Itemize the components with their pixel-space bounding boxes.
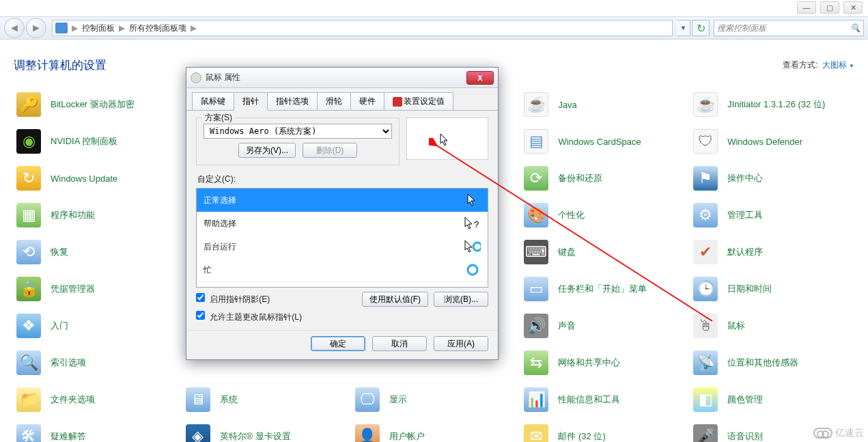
cp-item-label: 性能信息和工具 — [558, 393, 620, 406]
cp-item[interactable]: 🕒日期和时间 — [688, 277, 857, 301]
cursor-list-item[interactable] — [197, 281, 488, 288]
enable-shadow-checkbox[interactable]: 启用指针阴影(E) — [196, 293, 270, 305]
svg-point-2 — [468, 265, 477, 275]
browse-button[interactable]: 浏览(B)... — [434, 292, 488, 307]
cp-item[interactable]: ⚑操作中心 — [688, 166, 857, 191]
dialog-tab[interactable]: 指针选项 — [267, 92, 318, 110]
view-mode-label: 查看方式: — [783, 59, 817, 71]
cursor-list-item[interactable]: 后台运行 — [197, 235, 488, 258]
cp-item[interactable]: ⟲恢复 — [11, 240, 180, 264]
dialog-tab[interactable]: 指针 — [234, 92, 268, 111]
cp-item[interactable]: ▦程序和功能 — [11, 203, 180, 227]
cp-item[interactable]: 📁文件夹选项 — [11, 387, 180, 412]
cp-item[interactable]: ▤Windows CardSpace — [518, 129, 688, 154]
cursor-list-item[interactable]: 正常选择 — [197, 189, 488, 212]
search-input[interactable]: 搜索控制面板 🔍 — [714, 20, 864, 36]
refresh-button[interactable]: ↻ — [692, 20, 710, 36]
cp-item[interactable]: ❖入门 — [11, 314, 180, 338]
cp-item[interactable]: ✉邮件 (32 位) — [518, 424, 688, 442]
dialog-close-button[interactable]: X — [466, 71, 494, 85]
cp-item-label: 操作中心 — [727, 172, 763, 184]
view-mode-dropdown[interactable]: 大图标 ▼ — [822, 59, 854, 71]
cursor-name: 正常选择 — [204, 195, 236, 206]
cp-item-icon: ⚑ — [693, 166, 718, 191]
cp-item[interactable]: 🔍索引选项 — [11, 350, 180, 375]
cp-item-label: 用户帐户 — [389, 430, 425, 442]
customize-label: 自定义(C): — [197, 174, 488, 185]
cp-item[interactable]: 🖱鼠标 — [688, 314, 857, 338]
cp-item[interactable]: 🔒凭据管理器 — [11, 277, 180, 301]
breadcrumb-sep: ▶ — [189, 23, 198, 33]
cursor-list-item[interactable]: 帮助选择? — [197, 212, 488, 235]
cursor-list-item[interactable]: 忙 — [197, 258, 488, 281]
dialog-tab[interactable]: 硬件 — [350, 92, 384, 110]
cp-item-label: Windows Update — [51, 174, 117, 184]
cp-item[interactable]: ☕Java — [518, 92, 688, 117]
cp-item[interactable]: ◈英特尔® 显卡设置 — [180, 424, 350, 442]
cancel-button[interactable]: 取消 — [372, 336, 427, 351]
cp-item[interactable]: 🛡Windows Defender — [688, 129, 857, 154]
ok-button[interactable]: 确定 — [311, 336, 365, 351]
cp-item-icon: ❖ — [16, 314, 41, 338]
dialog-tab[interactable]: 滑轮 — [317, 92, 351, 110]
cp-item-icon: ⌨ — [524, 240, 548, 264]
delete-scheme-button[interactable]: 删除(D) — [303, 143, 357, 158]
cp-item[interactable]: ⚙管理工具 — [688, 203, 857, 227]
cp-item[interactable]: ⟳备份和还原 — [518, 166, 688, 191]
breadcrumb-1[interactable]: 控制面板 — [79, 23, 117, 34]
control-panel-icon — [55, 23, 68, 33]
cp-item[interactable]: 📡位置和其他传感器 — [688, 350, 857, 375]
cp-item[interactable]: 🔑BitLocker 驱动器加密 — [11, 92, 180, 117]
cursor-icon — [464, 192, 481, 208]
cp-item[interactable]: ▭任务栏和「开始」菜单 — [518, 277, 688, 301]
cp-item[interactable]: 🖵显示 — [350, 387, 519, 412]
svg-text:?: ? — [474, 219, 479, 230]
cp-item[interactable]: ⌨键盘 — [518, 240, 688, 264]
back-button[interactable]: ◄ — [4, 18, 25, 38]
cp-item[interactable]: 🛠疑难解答 — [11, 424, 180, 442]
cp-item-label: 凭据管理器 — [51, 283, 95, 295]
minimize-button[interactable]: — — [797, 1, 816, 14]
cp-item[interactable]: ⇆网络和共享中心 — [518, 350, 688, 375]
cp-item-icon: 🛡 — [693, 129, 718, 154]
scheme-select[interactable]: Windows Aero (系统方案) — [204, 124, 392, 139]
dialog-tab[interactable]: 鼠标键 — [192, 92, 234, 110]
cp-item-icon: 🖵 — [355, 387, 380, 412]
breadcrumb-2[interactable]: 所有控制面板项 — [126, 23, 189, 34]
cp-item-icon: 🕒 — [693, 277, 718, 301]
cp-item[interactable]: ◉NVIDIA 控制面板 — [11, 129, 180, 154]
apply-button[interactable]: 应用(A) — [434, 336, 488, 351]
address-dropdown[interactable]: ▼ — [677, 20, 690, 36]
cursor-name: 后台运行 — [204, 241, 236, 253]
cp-item[interactable]: 📊性能信息和工具 — [518, 387, 688, 412]
cp-item[interactable]: 🎨个性化 — [518, 203, 688, 227]
cp-item[interactable]: ☕JInitiator 1.3.1.26 (32 位) — [688, 92, 857, 117]
use-default-button[interactable]: 使用默认值(F) — [362, 292, 428, 307]
cp-item-icon: ☕ — [693, 92, 718, 117]
cp-item-label: Java — [558, 100, 576, 110]
dialog-tab[interactable]: 装置设定值 — [384, 92, 453, 110]
dialog-titlebar[interactable]: 鼠标 属性 X — [186, 68, 498, 88]
allow-theme-checkbox[interactable]: 允许主题更改鼠标指针(L) — [196, 311, 302, 323]
cursor-icon: ? — [464, 215, 481, 232]
cp-item-label: Windows CardSpace — [558, 137, 641, 147]
breadcrumb-sep: ▶ — [70, 23, 79, 33]
cp-item[interactable]: ✔默认程序 — [688, 240, 857, 264]
cp-item[interactable]: ↻Windows Update — [11, 166, 180, 191]
cp-item[interactable]: 🔊声音 — [518, 314, 688, 338]
address-bar[interactable]: ▶ 控制面板 ▶ 所有控制面板项 ▶ — [52, 20, 673, 36]
cp-item[interactable]: 👤用户帐户 — [350, 424, 519, 442]
forward-button[interactable]: ► — [26, 18, 46, 38]
cursor-list[interactable]: 正常选择帮助选择?后台运行忙 — [196, 188, 488, 288]
cp-item[interactable]: 🖥系统 — [180, 387, 350, 412]
cp-item-label: JInitiator 1.3.1.26 (32 位) — [727, 98, 825, 111]
close-window-button[interactable]: ✕ — [843, 1, 863, 14]
maximize-button[interactable]: ▢ — [820, 1, 839, 14]
cp-item-label: Windows Defender — [727, 137, 802, 147]
cp-item-label: 任务栏和「开始」菜单 — [558, 283, 647, 295]
cp-item-icon: ◈ — [186, 424, 210, 442]
search-icon: 🔍 — [850, 23, 860, 33]
cp-item[interactable]: ◧颜色管理 — [688, 387, 857, 412]
dialog-tabs: 鼠标键指针指针选项滑轮硬件装置设定值 — [186, 88, 498, 110]
save-as-button[interactable]: 另存为(V)... — [238, 143, 296, 158]
